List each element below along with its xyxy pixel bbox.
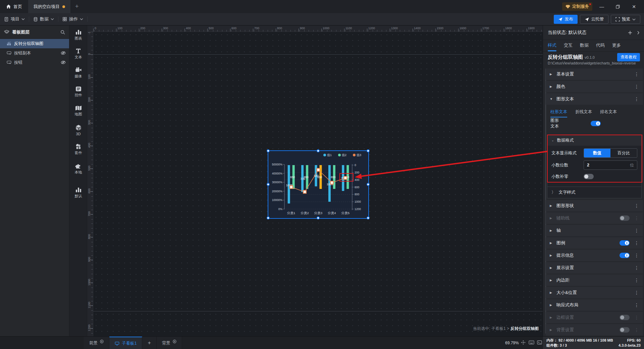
section-图例[interactable]: ▶ 图例⋮ [546, 237, 643, 249]
dock-item-3D[interactable]: 3D [69, 124, 87, 136]
resize-handle[interactable] [267, 149, 270, 152]
resize-handle[interactable] [267, 183, 270, 186]
new-tab-button[interactable]: + [70, 3, 84, 10]
data-format-header[interactable]: ⌄ 数据格式 [547, 135, 641, 146]
section-menu-icon[interactable]: ⋮ [633, 253, 640, 258]
section-menu-icon[interactable]: ⋮ [633, 71, 640, 77]
inspector-tab-交互[interactable]: 交互 [564, 42, 573, 51]
section-背景设置[interactable]: ▶ 背景设置⋮ [546, 324, 643, 336]
section-menu-icon[interactable]: ⋮ [633, 96, 640, 102]
section-响应式布局[interactable]: ▶ 响应式布局⋮ [546, 299, 643, 311]
text-style-header[interactable]: 〉 文字样式 [547, 187, 641, 198]
add-background-icon[interactable] [173, 340, 176, 343]
inspector-tab-代码[interactable]: 代码 [596, 42, 605, 51]
dock-item-地图[interactable]: 地图 [69, 105, 87, 117]
maximize-button[interactable] [611, 0, 625, 13]
tab-home[interactable]: 首页 [0, 0, 28, 13]
fit-screen-icon[interactable] [521, 340, 526, 345]
section-menu-icon[interactable]: ⋮ [633, 240, 640, 246]
section-menu-icon[interactable]: ⋮ [633, 265, 640, 270]
section-toggle[interactable] [620, 215, 630, 221]
add-state-button[interactable] [628, 31, 632, 35]
section-展示设置[interactable]: ▶ 展示设置⋮ [546, 262, 643, 273]
canvas[interactable]: 0100200300400500600700800900100011001200… [87, 26, 543, 336]
section-颜色[interactable]: ▶ 颜色⋮ [546, 81, 643, 92]
minimize-button[interactable]: — [595, 0, 608, 13]
publish-button[interactable]: 发布 [554, 15, 578, 24]
dock-item-本地[interactable]: 本地 [69, 163, 87, 175]
section-menu-icon[interactable]: ⋮ [633, 228, 640, 233]
tab-project[interactable]: 我的空白项目 [28, 0, 70, 13]
console-icon[interactable] [537, 340, 542, 345]
section-menu-icon[interactable]: ⋮ [633, 302, 640, 308]
custom-service-badge[interactable]: 定制服务 [562, 2, 592, 11]
dock-item-默认[interactable]: 默认 [69, 187, 87, 199]
close-button[interactable]: ✕ [627, 0, 641, 13]
chart-widget[interactable]: 02004006008001000120050000%40000%30000%2… [268, 151, 368, 218]
format-option-数值[interactable]: 数值 [584, 149, 610, 157]
section-图形文本[interactable]: ▼ 图形文本⋮ [546, 93, 643, 105]
background-tab[interactable]: 背景 [157, 337, 182, 349]
preview-button[interactable]: 预览 [611, 15, 640, 24]
add-foreground-icon[interactable] [100, 340, 104, 343]
menu-3[interactable]: 操作 [58, 13, 87, 26]
resize-handle[interactable] [367, 216, 370, 219]
section-menu-icon[interactable]: ⋮ [633, 315, 640, 320]
section-toggle[interactable] [620, 327, 630, 333]
eye-off-icon[interactable] [61, 60, 66, 64]
layer-item[interactable]: 反转分组双轴图 [0, 39, 69, 48]
layer-item[interactable]: 按钮 [0, 58, 69, 67]
section-辅助线[interactable]: ▶ 辅助线⋮ [546, 212, 643, 224]
dock-item-文本[interactable]: 文本 [69, 48, 87, 60]
section-基本设置[interactable]: ▶ 基本设置⋮ [546, 68, 643, 80]
subtab-柱形文本[interactable]: 柱形文本 [550, 109, 567, 117]
subtab-排名文本[interactable]: 排名文本 [600, 109, 617, 117]
inspector-tab-更多[interactable]: 更多 [612, 42, 621, 51]
section-menu-icon[interactable]: ⋮ [633, 327, 640, 333]
resize-handle[interactable] [367, 183, 370, 186]
graphic-text-toggle[interactable] [591, 121, 601, 126]
dock-item-套件[interactable]: 套件 [69, 144, 87, 155]
section-提示信息[interactable]: ▶ 提示信息⋮ [546, 250, 643, 261]
menu-1[interactable]: 项目 [0, 13, 29, 26]
menu-2[interactable]: 数据 [29, 13, 58, 26]
zoom-level[interactable]: 69.79% [505, 341, 519, 345]
section-边框设置[interactable]: ▶ 边框设置⋮ [546, 312, 643, 323]
section-menu-icon[interactable]: ⋮ [633, 290, 640, 295]
keyboard-shortcuts-icon[interactable] [529, 340, 534, 345]
pad-zero-toggle[interactable] [584, 174, 594, 179]
svg-text:值2: 值2 [341, 153, 346, 157]
section-menu-icon[interactable]: ⋮ [633, 278, 640, 283]
section-toggle[interactable] [620, 253, 630, 258]
inspector-tab-数据[interactable]: 数据 [580, 42, 589, 51]
inspector-tab-样式[interactable]: 样式 [548, 42, 556, 51]
resize-handle[interactable] [317, 216, 320, 219]
section-menu-icon[interactable]: ⋮ [633, 215, 640, 221]
dock-item-媒体[interactable]: 媒体 [69, 67, 87, 79]
cloud-host-button[interactable]: 云托管 [580, 15, 609, 24]
section-toggle[interactable] [620, 240, 630, 246]
eye-off-icon[interactable] [61, 51, 66, 55]
resize-handle[interactable] [267, 216, 270, 219]
section-图形形状[interactable]: ▶ 图形形状⋮ [546, 200, 643, 211]
expand-states-button[interactable] [637, 31, 640, 35]
resize-handle[interactable] [367, 149, 370, 152]
section-menu-icon[interactable]: ⋮ [633, 203, 640, 208]
section-内边距[interactable]: ▶ 内边距⋮ [546, 275, 643, 286]
board-tab[interactable]: 子看板1 [109, 337, 142, 349]
resize-handle[interactable] [317, 149, 320, 152]
subtab-折线文本[interactable]: 折线文本 [575, 109, 592, 117]
tutorial-button[interactable]: 查看教程 [617, 53, 640, 61]
foreground-tab[interactable]: 前景 [84, 337, 109, 349]
section-轴[interactable]: ▶ 轴⋮ [546, 225, 643, 236]
section-toggle[interactable] [620, 315, 630, 320]
search-icon[interactable] [60, 30, 65, 35]
layer-item[interactable]: 按钮副本 [0, 48, 69, 58]
dock-item-图表[interactable]: 图表 [69, 29, 87, 41]
section-大小&位置[interactable]: ▶ 大小&位置⋮ [546, 287, 643, 298]
section-menu-icon[interactable]: ⋮ [633, 84, 640, 89]
dock-item-控件[interactable]: 控件 [69, 86, 87, 98]
add-board-button[interactable]: + [142, 337, 156, 349]
format-option-百分比[interactable]: 百分比 [610, 149, 637, 157]
decimal-input[interactable]: 2 位 [584, 160, 637, 170]
